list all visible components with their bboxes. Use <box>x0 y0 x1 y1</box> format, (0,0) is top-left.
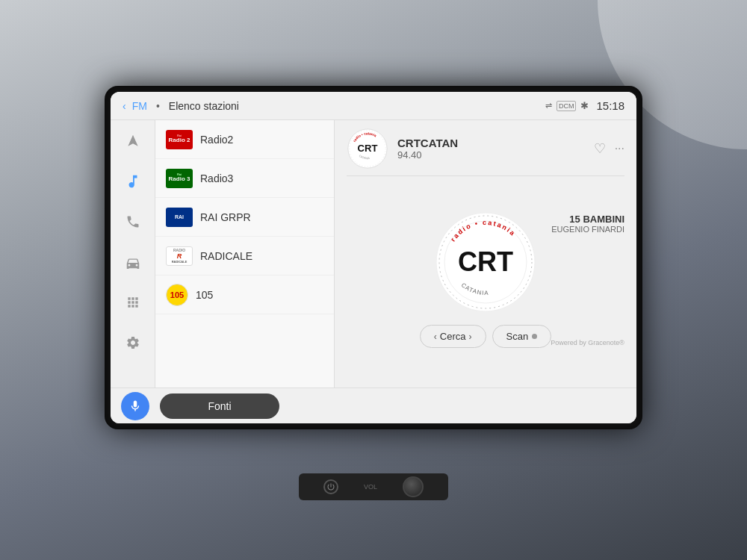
station-actions: ♡ ··· <box>594 140 624 157</box>
prev-arrow: ‹ <box>434 332 437 342</box>
screen: ‹ FM • Elenco stazioni ⇌ DCM ✱ 15:18 <box>111 92 636 423</box>
main-content: RaiRadio 2 Radio2 RaiRadio 3 Radio3 RAI <box>111 120 636 388</box>
car-icon[interactable] <box>120 249 146 276</box>
volume-knob[interactable] <box>403 476 424 497</box>
shuffle-icon: ⇌ <box>545 101 552 111</box>
apps-icon[interactable] <box>120 289 146 316</box>
powered-by: Powered by Gracenote® <box>551 339 624 346</box>
top-station-text: CRTCATAN 94.40 <box>397 137 585 161</box>
navigation-icon[interactable] <box>120 128 146 155</box>
station-frequency: 94.40 <box>397 149 585 161</box>
more-options-button[interactable]: ··· <box>615 142 624 155</box>
station-item-105[interactable]: 105 105 <box>155 276 334 314</box>
power-button[interactable] <box>323 479 338 494</box>
scan-button[interactable]: Scan <box>492 325 552 348</box>
station-item-radicale[interactable]: RADIO R RADICALE RADICALE <box>155 237 334 276</box>
svg-text:CRT: CRT <box>458 246 513 277</box>
crt-logo-small: radio • catania CRT CATANIA <box>347 128 388 169</box>
track-title: 15 BAMBINI <box>551 214 624 225</box>
station-name-radio2: Radio2 <box>200 134 233 146</box>
header-right: ⇌ DCM ✱ 15:18 <box>545 99 624 112</box>
station-item-rai-grpr[interactable]: RAI RAI GRPR <box>155 198 334 237</box>
scan-label: Scan <box>506 331 529 342</box>
track-artist: EUGENIO FINARDI <box>551 225 624 234</box>
station-name-rai: RAI GRPR <box>200 211 251 223</box>
station-item-radio3[interactable]: RaiRadio 3 Radio3 <box>155 159 334 198</box>
station-name-105: 105 <box>196 289 213 301</box>
prev-button[interactable]: ‹ Cerca › <box>420 325 486 348</box>
vol-label: VOL <box>364 483 377 491</box>
status-icons: ⇌ DCM ✱ <box>545 100 589 111</box>
sidebar <box>111 120 155 388</box>
station-item-radio2[interactable]: RaiRadio 2 Radio2 <box>155 120 334 159</box>
scan-dot <box>532 334 537 339</box>
header-separator: • <box>156 100 160 112</box>
physical-controls: VOL <box>299 473 448 500</box>
svg-text:CRT: CRT <box>358 143 378 154</box>
main-playing-area: radio • catania CRT CATANIA <box>347 176 624 380</box>
next-arrow: › <box>469 332 472 342</box>
station-name-radio3: Radio3 <box>200 172 233 184</box>
settings-icon[interactable] <box>120 329 146 356</box>
source-label: FM <box>132 100 147 112</box>
back-button[interactable]: ‹ <box>123 100 126 112</box>
station-logo-rai: RAI <box>166 208 193 227</box>
station-logo-radio3: RaiRadio 3 <box>166 169 193 188</box>
station-display-name: CRTCATAN <box>397 137 585 149</box>
phone-icon[interactable] <box>120 208 146 235</box>
car-background: ‹ FM • Elenco stazioni ⇌ DCM ✱ 15:18 <box>0 0 747 560</box>
top-station-info: radio • catania CRT CATANIA CRTCATAN <box>347 128 624 176</box>
fonti-button[interactable]: Fonti <box>160 393 279 419</box>
header-title: Elenco stazioni <box>169 100 239 112</box>
cerca-label: Cerca <box>440 331 466 342</box>
screen-frame: ‹ FM • Elenco stazioni ⇌ DCM ✱ 15:18 <box>105 86 642 429</box>
now-playing-panel: radio • catania CRT CATANIA CRTCATAN <box>335 120 636 388</box>
bottom-bar: Fonti <box>111 388 636 423</box>
time-display: 15:18 <box>596 99 624 112</box>
playback-controls: ‹ Cerca › Scan <box>420 320 551 352</box>
station-name-radicale: RADICALE <box>200 250 252 262</box>
dcm-icon: DCM <box>557 101 577 111</box>
track-info: 15 BAMBINI EUGENIO FINARDI <box>551 214 624 234</box>
station-logo-radio2: RaiRadio 2 <box>166 130 193 149</box>
favorite-button[interactable]: ♡ <box>594 140 606 157</box>
header-left: ‹ FM • Elenco stazioni <box>123 100 545 112</box>
station-logo-105: 105 <box>166 284 188 306</box>
music-icon[interactable] <box>120 168 146 195</box>
station-logo-radicale: RADIO R RADICALE <box>166 246 193 266</box>
header: ‹ FM • Elenco stazioni ⇌ DCM ✱ 15:18 <box>111 92 636 120</box>
crt-logo-main: radio • catania CRT CATANIA <box>433 210 538 314</box>
voice-button[interactable] <box>121 392 149 420</box>
station-list: RaiRadio 2 Radio2 RaiRadio 3 Radio3 RAI <box>155 120 335 388</box>
bluetooth-icon: ✱ <box>580 100 589 111</box>
